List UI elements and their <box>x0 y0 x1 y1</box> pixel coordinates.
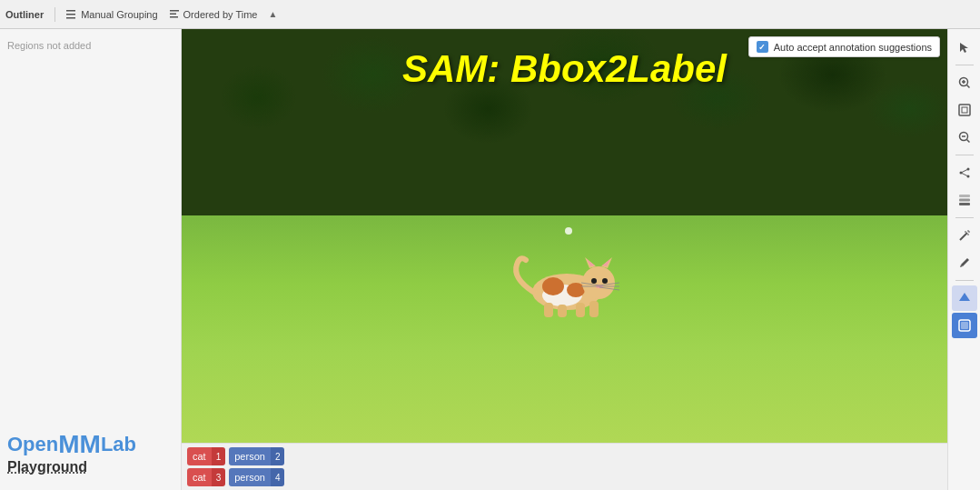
svg-point-15 <box>591 278 597 284</box>
svg-line-39 <box>961 169 968 173</box>
cat-scene: SAM: Bbox2Label <box>182 29 947 443</box>
svg-rect-5 <box>170 16 178 18</box>
region-tool-btn[interactable] <box>952 313 977 338</box>
cat-tag-2[interactable]: cat 3 <box>187 468 225 486</box>
svg-point-16 <box>602 278 608 284</box>
magic-wand-btn[interactable] <box>952 223 977 248</box>
outliner-title: Outliner <box>5 9 44 20</box>
top-bar-divider <box>54 7 55 22</box>
auto-accept-label: Auto accept annotation suggestions <box>774 42 932 53</box>
person-tag-1-label: person <box>229 447 271 465</box>
svg-line-40 <box>961 173 968 176</box>
sort-arrow[interactable]: ▲ <box>268 9 277 19</box>
svg-line-35 <box>966 140 969 143</box>
left-sidebar: Regions not added Open MM Lab Playground <box>0 29 182 490</box>
zoom-out-btn[interactable] <box>952 125 977 150</box>
cat-tag-1-label: cat <box>187 447 212 465</box>
zoom-fit-icon <box>958 104 971 116</box>
cat-tag-2-count: 3 <box>212 468 226 486</box>
share-icon <box>958 166 971 179</box>
magic-wand-icon <box>958 229 971 242</box>
share-btn[interactable] <box>952 160 977 185</box>
color-picker-icon <box>958 292 971 305</box>
list-icon <box>66 9 77 20</box>
layers-btn[interactable] <box>952 187 977 213</box>
person-tag-2-count: 4 <box>271 468 285 486</box>
cat-tag-1[interactable]: cat 1 <box>187 447 225 465</box>
person-tag-2[interactable]: person 4 <box>229 468 284 486</box>
svg-point-10 <box>582 266 615 299</box>
logo-area: Open MM Lab Playground <box>7 425 173 483</box>
canvas-title: SAM: Bbox2Label <box>402 47 727 91</box>
svg-line-30 <box>966 85 969 88</box>
separator-3 <box>955 217 974 218</box>
logo-lab: Lab <box>101 433 136 456</box>
canvas-area: SAM: Bbox2Label Auto accept annotation s… <box>182 29 947 490</box>
ordered-by-item[interactable]: Ordered by Time <box>169 9 258 20</box>
regions-empty-label: Regions not added <box>7 36 173 55</box>
annotation-tags: cat 1 person 2 cat 3 person 4 <box>182 443 947 490</box>
svg-rect-1 <box>66 14 75 15</box>
tag-row-2: cat 3 person 4 <box>187 468 942 486</box>
manual-grouping-item[interactable]: Manual Grouping <box>66 9 157 20</box>
zoom-in-btn[interactable] <box>952 70 977 95</box>
svg-rect-26 <box>589 301 599 317</box>
svg-point-9 <box>567 283 585 297</box>
logo-playground: Playground <box>7 459 87 475</box>
svg-rect-42 <box>959 199 970 202</box>
logo-mm: MM <box>58 432 101 457</box>
right-toolbar <box>947 29 980 490</box>
separator-2 <box>955 155 974 155</box>
region-tool-icon <box>958 319 971 332</box>
svg-rect-4 <box>170 13 176 15</box>
brush-icon <box>958 256 971 269</box>
cat-svg <box>503 246 630 319</box>
person-tag-1[interactable]: person 2 <box>229 447 284 465</box>
main-layout: Regions not added Open MM Lab Playground <box>0 29 980 490</box>
svg-rect-24 <box>558 305 567 317</box>
cursor-icon <box>958 41 971 54</box>
top-bar: Outliner Manual Grouping Ordered by Time… <box>0 0 980 29</box>
person-tag-1-count: 2 <box>271 447 285 465</box>
zoom-out-icon <box>958 131 971 144</box>
svg-line-44 <box>960 233 967 240</box>
auto-accept-checkbox[interactable] <box>757 41 768 53</box>
person-tag-2-label: person <box>229 468 271 486</box>
zoom-in-icon <box>958 76 971 89</box>
ordered-by-label: Ordered by Time <box>183 9 258 20</box>
clock-icon <box>169 9 180 20</box>
svg-rect-25 <box>576 303 585 317</box>
svg-rect-2 <box>66 17 75 19</box>
cat-tag-1-count: 1 <box>212 447 226 465</box>
separator-4 <box>955 280 974 281</box>
manual-grouping-label: Manual Grouping <box>81 9 157 20</box>
zoom-fit-btn[interactable] <box>952 97 977 123</box>
svg-rect-0 <box>66 10 75 12</box>
svg-rect-32 <box>962 107 967 113</box>
tag-row-1: cat 1 person 2 <box>187 447 942 465</box>
auto-accept-bar[interactable]: Auto accept annotation suggestions <box>748 36 940 57</box>
svg-marker-49 <box>959 293 970 301</box>
cat-tag-2-label: cat <box>187 468 212 486</box>
svg-rect-51 <box>961 322 968 329</box>
brush-btn[interactable] <box>952 250 977 275</box>
svg-rect-31 <box>959 105 970 115</box>
svg-point-8 <box>542 277 564 295</box>
logo-open: Open <box>7 433 58 456</box>
layers-icon <box>958 194 971 206</box>
svg-rect-41 <box>959 195 970 197</box>
svg-rect-43 <box>959 203 970 205</box>
cursor-tool-btn[interactable] <box>952 35 977 60</box>
logo-text: Open MM Lab <box>7 432 136 457</box>
svg-rect-23 <box>544 303 553 317</box>
svg-rect-3 <box>170 10 179 12</box>
color-picker-btn[interactable] <box>952 285 977 311</box>
image-container[interactable]: SAM: Bbox2Label Auto accept annotation s… <box>182 29 947 443</box>
separator-1 <box>955 65 974 65</box>
